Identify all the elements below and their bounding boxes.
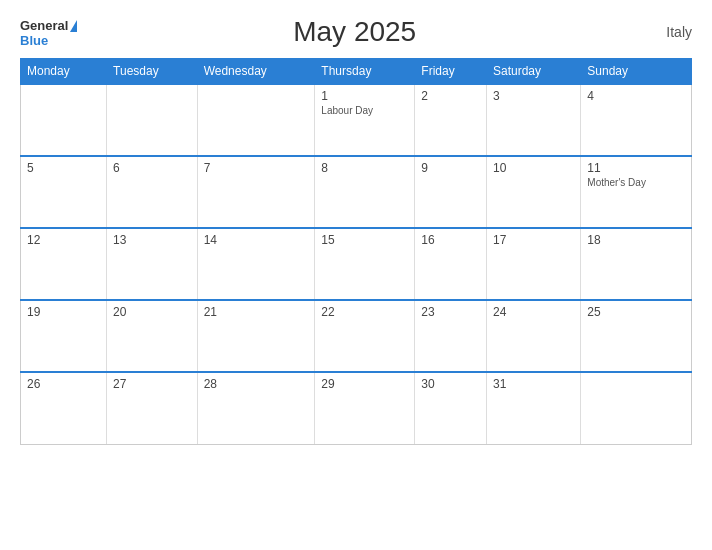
calendar-cell: 16 bbox=[415, 228, 487, 300]
day-number: 4 bbox=[587, 89, 685, 103]
calendar-cell: 14 bbox=[197, 228, 315, 300]
day-number: 24 bbox=[493, 305, 574, 319]
calendar-cell: 3 bbox=[486, 84, 580, 156]
day-number: 15 bbox=[321, 233, 408, 247]
day-number: 31 bbox=[493, 377, 574, 391]
weekday-header-row: MondayTuesdayWednesdayThursdayFridaySatu… bbox=[21, 59, 692, 85]
calendar-cell: 23 bbox=[415, 300, 487, 372]
logo-blue: Blue bbox=[20, 34, 77, 48]
day-number: 14 bbox=[204, 233, 309, 247]
calendar-cell: 29 bbox=[315, 372, 415, 444]
day-number: 26 bbox=[27, 377, 100, 391]
day-number: 6 bbox=[113, 161, 191, 175]
weekday-header-monday: Monday bbox=[21, 59, 107, 85]
calendar-cell: 2 bbox=[415, 84, 487, 156]
weekday-header-tuesday: Tuesday bbox=[107, 59, 198, 85]
header: General Blue May 2025 Italy bbox=[20, 16, 692, 48]
day-number: 8 bbox=[321, 161, 408, 175]
weekday-header-thursday: Thursday bbox=[315, 59, 415, 85]
calendar-cell: 8 bbox=[315, 156, 415, 228]
logo-general: General bbox=[20, 16, 77, 34]
logo-triangle-icon bbox=[70, 20, 77, 32]
calendar-cell bbox=[581, 372, 692, 444]
day-number: 9 bbox=[421, 161, 480, 175]
weekday-header-sunday: Sunday bbox=[581, 59, 692, 85]
day-number: 19 bbox=[27, 305, 100, 319]
day-number: 28 bbox=[204, 377, 309, 391]
calendar-cell: 9 bbox=[415, 156, 487, 228]
week-row-2: 567891011Mother's Day bbox=[21, 156, 692, 228]
calendar-cell bbox=[197, 84, 315, 156]
week-row-5: 262728293031 bbox=[21, 372, 692, 444]
calendar-cell: 4 bbox=[581, 84, 692, 156]
weekday-header-saturday: Saturday bbox=[486, 59, 580, 85]
calendar-title: May 2025 bbox=[77, 16, 632, 48]
calendar-cell: 13 bbox=[107, 228, 198, 300]
calendar-body: 1Labour Day234567891011Mother's Day12131… bbox=[21, 84, 692, 444]
calendar-cell: 19 bbox=[21, 300, 107, 372]
weekday-header-friday: Friday bbox=[415, 59, 487, 85]
day-number: 10 bbox=[493, 161, 574, 175]
day-number: 5 bbox=[27, 161, 100, 175]
day-number: 27 bbox=[113, 377, 191, 391]
day-number: 7 bbox=[204, 161, 309, 175]
calendar-cell: 31 bbox=[486, 372, 580, 444]
day-number: 13 bbox=[113, 233, 191, 247]
calendar-cell bbox=[107, 84, 198, 156]
calendar-cell: 11Mother's Day bbox=[581, 156, 692, 228]
calendar-cell: 27 bbox=[107, 372, 198, 444]
calendar-cell: 21 bbox=[197, 300, 315, 372]
calendar-cell: 5 bbox=[21, 156, 107, 228]
day-number: 29 bbox=[321, 377, 408, 391]
day-number: 21 bbox=[204, 305, 309, 319]
calendar-cell: 22 bbox=[315, 300, 415, 372]
day-number: 1 bbox=[321, 89, 408, 103]
day-event: Labour Day bbox=[321, 105, 408, 116]
day-number: 16 bbox=[421, 233, 480, 247]
calendar-cell: 7 bbox=[197, 156, 315, 228]
day-number: 22 bbox=[321, 305, 408, 319]
day-number: 12 bbox=[27, 233, 100, 247]
week-row-4: 19202122232425 bbox=[21, 300, 692, 372]
calendar-cell: 10 bbox=[486, 156, 580, 228]
calendar-cell: 24 bbox=[486, 300, 580, 372]
calendar-cell: 20 bbox=[107, 300, 198, 372]
calendar-cell: 15 bbox=[315, 228, 415, 300]
calendar-cell: 30 bbox=[415, 372, 487, 444]
calendar-cell bbox=[21, 84, 107, 156]
page: General Blue May 2025 Italy MondayTuesda… bbox=[0, 0, 712, 550]
day-number: 20 bbox=[113, 305, 191, 319]
day-event: Mother's Day bbox=[587, 177, 685, 188]
day-number: 17 bbox=[493, 233, 574, 247]
day-number: 18 bbox=[587, 233, 685, 247]
calendar-cell: 28 bbox=[197, 372, 315, 444]
calendar-cell: 6 bbox=[107, 156, 198, 228]
calendar-table: MondayTuesdayWednesdayThursdayFridaySatu… bbox=[20, 58, 692, 445]
calendar-cell: 26 bbox=[21, 372, 107, 444]
week-row-3: 12131415161718 bbox=[21, 228, 692, 300]
logo: General Blue bbox=[20, 16, 77, 48]
calendar-cell: 12 bbox=[21, 228, 107, 300]
day-number: 2 bbox=[421, 89, 480, 103]
calendar-cell: 18 bbox=[581, 228, 692, 300]
country-label: Italy bbox=[632, 24, 692, 40]
week-row-1: 1Labour Day234 bbox=[21, 84, 692, 156]
day-number: 25 bbox=[587, 305, 685, 319]
calendar-cell: 25 bbox=[581, 300, 692, 372]
day-number: 30 bbox=[421, 377, 480, 391]
calendar-cell: 1Labour Day bbox=[315, 84, 415, 156]
day-number: 23 bbox=[421, 305, 480, 319]
weekday-header-wednesday: Wednesday bbox=[197, 59, 315, 85]
day-number: 3 bbox=[493, 89, 574, 103]
day-number: 11 bbox=[587, 161, 685, 175]
calendar-cell: 17 bbox=[486, 228, 580, 300]
